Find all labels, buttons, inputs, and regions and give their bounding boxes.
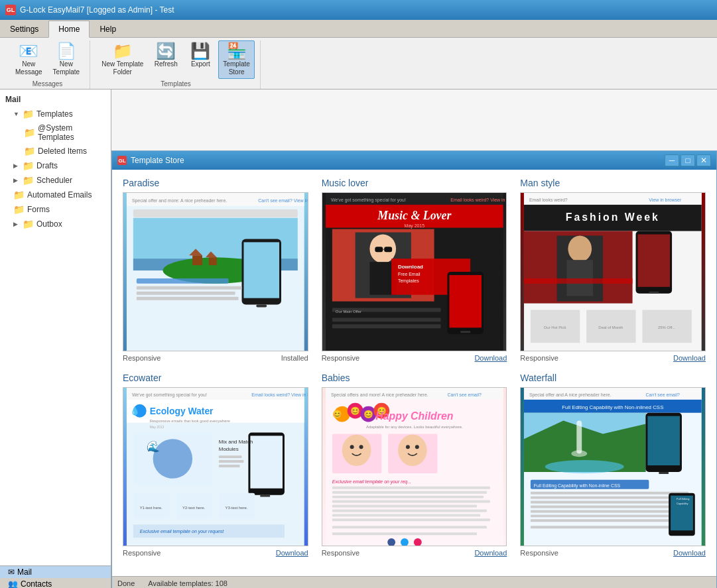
expand-icon-templates[interactable]: ▼ bbox=[13, 111, 20, 117]
sidebar-label-templates: Templates bbox=[36, 109, 73, 119]
download-link-man[interactable]: Download bbox=[673, 354, 706, 362]
template-type-eco: Responsive bbox=[123, 549, 161, 557]
svg-rect-18 bbox=[137, 297, 239, 300]
svg-text:Happy Children: Happy Children bbox=[375, 410, 454, 422]
tab-help[interactable]: Help bbox=[90, 21, 126, 38]
refresh-button[interactable]: 🔄 Refresh bbox=[149, 40, 182, 79]
svg-text:Adaptable for any devices. Loo: Adaptable for any devices. Looks beautif… bbox=[366, 425, 463, 429]
new-template-label: NewTemplate bbox=[53, 60, 80, 76]
expand-icon-drafts[interactable]: ▶ bbox=[13, 162, 20, 169]
sidebar-item-templates[interactable]: ▼ 📁 Templates bbox=[0, 107, 111, 121]
svg-rect-139 bbox=[577, 421, 582, 454]
template-type-music: Responsive bbox=[322, 354, 359, 362]
nav-mail[interactable]: ✉ Mail bbox=[0, 566, 111, 578]
svg-rect-43 bbox=[332, 324, 441, 328]
sidebar-label-drafts: Drafts bbox=[36, 161, 58, 170]
svg-text:Special offer and A nice prehe: Special offer and A nice preheader here. bbox=[529, 392, 612, 398]
svg-rect-54 bbox=[524, 278, 633, 284]
template-thumb-waterfall[interactable]: Special offer and A nice preheader here.… bbox=[520, 387, 706, 546]
svg-rect-122 bbox=[332, 509, 487, 512]
svg-rect-143 bbox=[648, 416, 681, 465]
new-template-button[interactable]: 📄 NewTemplate bbox=[48, 40, 85, 79]
sidebar-label-outbox: Outbox bbox=[36, 219, 62, 229]
sidebar: Mail ▼ 📁 Templates 📁 @System Templates 📁… bbox=[0, 89, 111, 588]
svg-text:We've got something special fo: We've got something special for you! bbox=[132, 392, 207, 398]
svg-rect-148 bbox=[531, 497, 685, 499]
dialog-titlebar: GL Template Store ─ □ ✕ bbox=[112, 151, 716, 170]
svg-point-129 bbox=[414, 538, 422, 546]
maximize-button[interactable]: □ bbox=[681, 154, 695, 166]
export-icon: 💾 bbox=[190, 43, 210, 59]
download-link-babies[interactable]: Download bbox=[474, 549, 507, 557]
svg-text:Special offer and more: A nice: Special offer and more: A nice preheader… bbox=[132, 198, 227, 204]
contacts-icon: 👥 bbox=[8, 579, 18, 588]
download-link-eco[interactable]: Download bbox=[276, 549, 308, 557]
download-link-music[interactable]: Download bbox=[474, 354, 507, 362]
svg-text:Free Email: Free Email bbox=[398, 272, 421, 276]
export-button[interactable]: 💾 Export bbox=[184, 40, 217, 79]
template-store-button[interactable]: 🏪 TemplateStore bbox=[218, 40, 255, 79]
tab-settings[interactable]: Settings bbox=[0, 21, 48, 38]
minimize-button[interactable]: ─ bbox=[665, 154, 679, 166]
svg-rect-144 bbox=[659, 472, 669, 474]
template-thumb-music[interactable]: We've got something special for you! Ema… bbox=[322, 192, 507, 351]
nav-contacts-label: Contacts bbox=[21, 579, 52, 588]
svg-rect-79 bbox=[250, 436, 283, 488]
template-name-man: Man style bbox=[520, 178, 706, 188]
svg-rect-57 bbox=[649, 292, 659, 294]
svg-text:Email looks weird?: Email looks weird? bbox=[529, 198, 568, 202]
svg-rect-119 bbox=[332, 496, 484, 499]
expand-icon-scheduler[interactable]: ▶ bbox=[13, 177, 20, 184]
sidebar-label-forms: Forms bbox=[27, 205, 50, 214]
sidebar-item-scheduler[interactable]: ▶ 📁 Scheduler bbox=[0, 173, 111, 188]
template-footer-babies: Responsive Download bbox=[322, 549, 507, 557]
template-footer-waterfall: Responsive Download bbox=[520, 549, 706, 557]
svg-text:Our Main Offer: Our Main Offer bbox=[335, 310, 361, 314]
sidebar-item-outbox[interactable]: ▶ 📁 Outbox bbox=[0, 217, 111, 231]
expand-icon-outbox[interactable]: ▶ bbox=[13, 221, 20, 227]
ribbon-tabs: Settings Home Help bbox=[0, 20, 717, 38]
svg-point-140 bbox=[572, 450, 588, 457]
svg-rect-38 bbox=[449, 275, 482, 327]
template-card-man: Man style Email looks weird? View in bro… bbox=[520, 178, 706, 362]
template-thumb-eco[interactable]: We've got something special for you! Ema… bbox=[123, 387, 308, 546]
sidebar-item-forms[interactable]: 📁 Forms bbox=[0, 202, 111, 217]
svg-point-111 bbox=[398, 434, 427, 466]
folder-icon-forms: 📁 bbox=[13, 204, 25, 215]
app-icon: GL bbox=[5, 5, 16, 15]
nav-contacts[interactable]: 👥 Contacts bbox=[0, 578, 111, 588]
refresh-icon: 🔄 bbox=[156, 43, 176, 59]
template-thumb-paradise[interactable]: Special offer and more: A nice preheader… bbox=[123, 192, 308, 351]
svg-rect-30 bbox=[375, 247, 383, 252]
svg-rect-120 bbox=[332, 500, 490, 503]
sidebar-header: Mail bbox=[0, 92, 111, 107]
new-template-icon: 📄 bbox=[56, 43, 76, 59]
svg-point-113 bbox=[359, 445, 363, 449]
svg-rect-117 bbox=[332, 487, 490, 489]
template-thumb-man[interactable]: Email looks weird? View in browser Fashi… bbox=[520, 192, 706, 351]
sidebar-item-deleted-items[interactable]: 📁 Deleted Items bbox=[0, 144, 111, 158]
sidebar-item-drafts[interactable]: ▶ 📁 Drafts bbox=[0, 158, 111, 173]
sidebar-item-automated-emails[interactable]: 📁 Automated Emails bbox=[0, 188, 111, 202]
svg-rect-10 bbox=[209, 257, 217, 265]
svg-rect-17 bbox=[137, 292, 235, 295]
svg-rect-16 bbox=[137, 286, 242, 290]
svg-rect-151 bbox=[531, 510, 675, 512]
messages-group-label: Messages bbox=[33, 80, 63, 88]
svg-text:Special offers and more! A nic: Special offers and more! A nice preheade… bbox=[331, 392, 428, 398]
new-message-button[interactable]: 📧 NewMessage bbox=[11, 40, 47, 79]
folder-icon-scheduler: 📁 bbox=[23, 175, 34, 186]
svg-point-127 bbox=[387, 538, 395, 546]
template-footer-paradise: Responsive Installed bbox=[123, 354, 308, 362]
new-template-folder-button[interactable]: 📁 New TemplateFolder bbox=[97, 40, 148, 79]
ribbon-group-messages: 📧 NewMessage 📄 NewTemplate Messages bbox=[5, 40, 90, 89]
svg-point-112 bbox=[350, 445, 354, 449]
svg-rect-85 bbox=[219, 465, 240, 467]
close-button[interactable]: ✕ bbox=[696, 154, 711, 166]
template-name-waterfall: Waterfall bbox=[520, 373, 706, 383]
dialog-status-bar: Done Available templates: 108 bbox=[112, 576, 716, 588]
tab-home[interactable]: Home bbox=[48, 21, 90, 38]
sidebar-item-system-templates[interactable]: 📁 @System Templates bbox=[0, 121, 111, 144]
template-thumb-babies[interactable]: Special offers and more! A nice preheade… bbox=[322, 387, 507, 546]
download-link-waterfall[interactable]: Download bbox=[673, 549, 706, 557]
